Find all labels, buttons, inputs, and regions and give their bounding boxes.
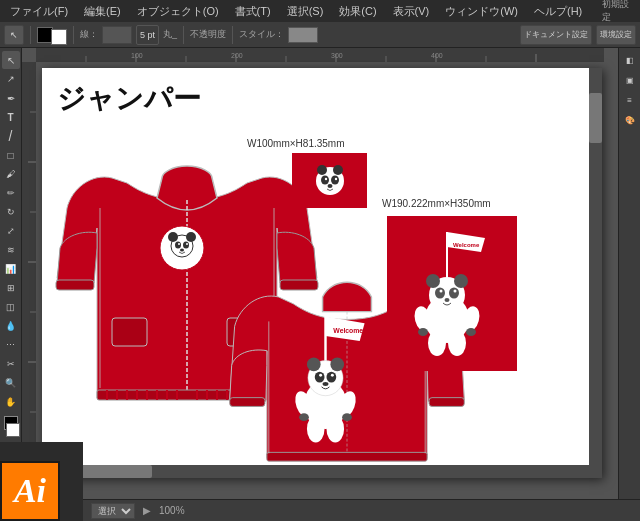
status-select[interactable]: 選択 bbox=[91, 503, 135, 519]
svg-text:Welcome: Welcome bbox=[453, 242, 480, 248]
pen-tool[interactable]: ✒ bbox=[2, 89, 20, 107]
dim-label-large: W190.222mm×H350mm bbox=[382, 198, 491, 209]
menu-bar: ファイル(F) 編集(E) オブジェクト(O) 書式(T) 選択(S) 効果(C… bbox=[0, 0, 640, 22]
svg-point-91 bbox=[426, 274, 440, 288]
menu-item-view[interactable]: 表示(V) bbox=[389, 4, 434, 19]
graph-tool[interactable]: 📊 bbox=[2, 260, 20, 278]
svg-point-83 bbox=[331, 175, 339, 184]
svg-point-54 bbox=[186, 243, 188, 245]
panel-tool-2[interactable]: ▣ bbox=[621, 71, 639, 89]
svg-text:400: 400 bbox=[431, 52, 443, 59]
gradient-tool[interactable]: ◫ bbox=[2, 298, 20, 316]
line-tool[interactable]: / bbox=[2, 127, 20, 145]
menu-item-object[interactable]: オブジェクト(O) bbox=[133, 4, 223, 19]
stroke-indicator[interactable] bbox=[6, 423, 20, 437]
svg-point-76 bbox=[326, 415, 344, 442]
zoom-tool[interactable]: 🔍 bbox=[2, 374, 20, 392]
svg-point-102 bbox=[418, 328, 428, 336]
prefs-btn[interactable]: 環境設定 bbox=[596, 25, 636, 45]
svg-point-97 bbox=[445, 298, 450, 302]
stroke-label: 線： bbox=[80, 28, 98, 41]
toolbar-separator-3 bbox=[183, 26, 184, 44]
stroke-color-swatch[interactable] bbox=[51, 29, 67, 45]
paintbrush-tool[interactable]: 🖌 bbox=[2, 165, 20, 183]
type-tool[interactable]: T bbox=[2, 108, 20, 126]
panel-tool-4[interactable]: 🎨 bbox=[621, 111, 639, 129]
svg-point-49 bbox=[168, 232, 178, 242]
scissors-tool[interactable]: ✂ bbox=[2, 355, 20, 373]
toolbar-separator bbox=[30, 26, 31, 44]
svg-point-70 bbox=[319, 374, 322, 377]
ai-logo-area: Ai bbox=[0, 442, 83, 521]
scale-tool[interactable]: ⤢ bbox=[2, 222, 20, 240]
select-tool[interactable]: ↖ bbox=[2, 51, 20, 69]
svg-point-100 bbox=[428, 330, 446, 356]
toolbar: ↖ 線： 5 pt 丸_ 不透明度 スタイル： ドキュメント設定 環境設定 bbox=[0, 22, 640, 48]
svg-point-103 bbox=[466, 328, 476, 336]
svg-point-51 bbox=[175, 242, 181, 249]
svg-point-75 bbox=[307, 415, 325, 442]
svg-point-66 bbox=[307, 358, 321, 372]
svg-point-67 bbox=[330, 358, 344, 372]
left-toolbox: ↖ ↗ ✒ T / □ 🖌 ✏ ↻ ⤢ ≋ 📊 ⊞ ◫ 💧 ⋯ ✂ 🔍 ✋ bbox=[0, 48, 22, 499]
menu-item-file[interactable]: ファイル(F) bbox=[6, 4, 72, 19]
menu-item-type[interactable]: 書式(T) bbox=[231, 4, 275, 19]
svg-point-77 bbox=[299, 413, 309, 421]
rect-tool[interactable]: □ bbox=[2, 146, 20, 164]
panel-tool-3[interactable]: ≡ bbox=[621, 91, 639, 109]
svg-point-96 bbox=[454, 289, 457, 292]
menu-item-window[interactable]: ウィンドウ(W) bbox=[441, 4, 522, 19]
canvas-area: 100 200 300 400 bbox=[22, 48, 618, 499]
svg-point-68 bbox=[315, 372, 325, 383]
menu-item-effect[interactable]: 効果(C) bbox=[335, 4, 380, 19]
svg-rect-56 bbox=[230, 398, 265, 407]
rotate-tool[interactable]: ↻ bbox=[2, 203, 20, 221]
hand-tool[interactable]: ✋ bbox=[2, 393, 20, 411]
svg-point-80 bbox=[317, 165, 327, 175]
status-info: ▶ bbox=[143, 505, 151, 516]
selection-tool-btn[interactable]: ↖ bbox=[4, 25, 24, 45]
svg-text:Welcome: Welcome bbox=[333, 327, 363, 334]
style-label: スタイル： bbox=[239, 28, 284, 41]
direct-select-tool[interactable]: ↗ bbox=[2, 70, 20, 88]
pencil-tool[interactable]: ✏ bbox=[2, 184, 20, 202]
menu-item-select[interactable]: 選択(S) bbox=[283, 4, 328, 19]
svg-text:100: 100 bbox=[131, 52, 143, 59]
artboard-title: ジャンパー bbox=[57, 80, 201, 118]
menu-item-help[interactable]: ヘルプ(H) bbox=[530, 4, 586, 19]
corner-label: 丸_ bbox=[163, 28, 177, 41]
scrollbar-horizontal[interactable] bbox=[42, 465, 602, 478]
warp-tool[interactable]: ≋ bbox=[2, 241, 20, 259]
toolbar-separator-2 bbox=[73, 26, 74, 44]
scrollbar-vertical[interactable] bbox=[589, 68, 602, 478]
svg-point-81 bbox=[333, 165, 343, 175]
stroke-width-input[interactable] bbox=[102, 26, 132, 44]
status-bar: 選択 ▶ 100% bbox=[83, 499, 640, 521]
svg-point-93 bbox=[435, 287, 445, 298]
svg-rect-57 bbox=[429, 398, 464, 407]
svg-point-84 bbox=[324, 177, 326, 179]
svg-point-72 bbox=[323, 382, 329, 386]
svg-point-95 bbox=[440, 289, 443, 292]
svg-point-71 bbox=[331, 374, 334, 377]
svg-point-85 bbox=[334, 177, 336, 179]
ruler-vertical bbox=[22, 62, 36, 485]
doc-settings-btn[interactable]: ドキュメント設定 bbox=[520, 25, 592, 45]
svg-text:200: 200 bbox=[231, 52, 243, 59]
artboard: ジャンパー W100mm×H81.35mm W190.222mm×H350mm bbox=[42, 68, 602, 478]
svg-point-53 bbox=[178, 243, 180, 245]
svg-point-86 bbox=[327, 184, 332, 188]
svg-point-82 bbox=[321, 175, 329, 184]
panda-small-preview bbox=[292, 153, 367, 208]
svg-rect-43 bbox=[112, 318, 147, 346]
svg-point-50 bbox=[186, 232, 196, 242]
panel-tool-1[interactable]: ◧ bbox=[621, 51, 639, 69]
svg-point-55 bbox=[180, 249, 184, 252]
right-panel: ◧ ▣ ≡ 🎨 bbox=[618, 48, 640, 499]
eyedropper-tool[interactable]: 💧 bbox=[2, 317, 20, 335]
mesh-tool[interactable]: ⊞ bbox=[2, 279, 20, 297]
blend-tool[interactable]: ⋯ bbox=[2, 336, 20, 354]
svg-rect-24 bbox=[56, 280, 94, 290]
ruler-horizontal: 100 200 300 400 bbox=[36, 48, 604, 62]
menu-item-edit[interactable]: 編集(E) bbox=[80, 4, 125, 19]
